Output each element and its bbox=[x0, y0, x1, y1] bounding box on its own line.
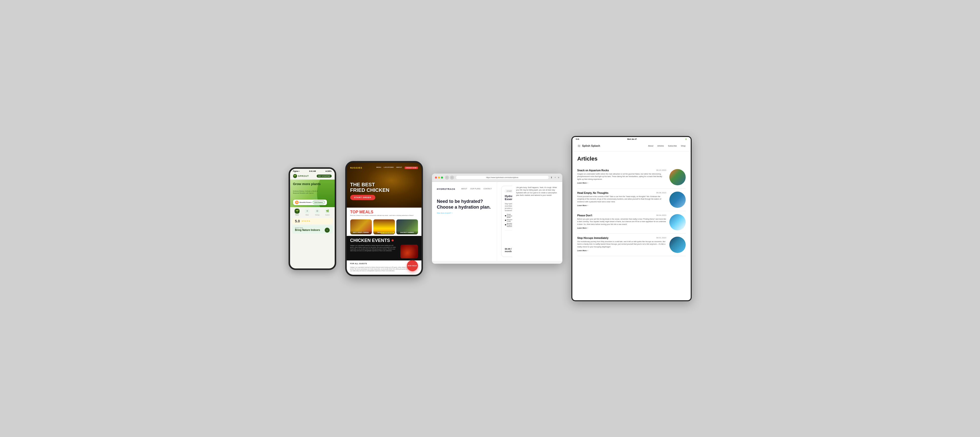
hydro-nav-contact[interactable]: CONTACT bbox=[484, 188, 492, 190]
nature-indoors-card[interactable]: Shop Now Bring Nature Indoors → bbox=[292, 225, 332, 234]
browser-forward-button[interactable]: › bbox=[450, 176, 454, 180]
sprout-hero-title: Grow more plants bbox=[293, 182, 321, 186]
accordion-event-planning[interactable]: EVENT PLANNING ∨ bbox=[347, 273, 422, 276]
hydro-right-text: Life gets busy. Stuff happens. Yeah, it'… bbox=[516, 186, 558, 197]
water-icon: ☀ bbox=[305, 209, 310, 214]
chicken-nav-order[interactable]: ORDER NOW bbox=[405, 166, 418, 169]
sprout-status-battery: ■ 100% bbox=[325, 170, 331, 172]
nature-title: Bring Nature Indoors bbox=[295, 229, 330, 232]
article-item-3: Please Don't 08.04.2023 Before you give … bbox=[578, 211, 686, 234]
maximize-button[interactable] bbox=[441, 177, 443, 179]
meal-card-3[interactable]: SAUCIEST SAMMIES bbox=[396, 219, 418, 234]
article-1-excerpt: Imagine an underwater buffet where the m… bbox=[578, 173, 667, 181]
sprout-tab-settings[interactable]: ⚙ Settings bbox=[315, 209, 320, 215]
sprout-status-signal: Figma ≈ bbox=[293, 170, 299, 172]
tablet-date: Wed Jan 27 bbox=[627, 138, 637, 140]
browser-back-button[interactable]: ‹ bbox=[445, 176, 449, 180]
chicken-nav: NUGGIES MENU LOCATIONS ABOUT ORDER NOW bbox=[347, 166, 422, 169]
starter-price: $9.99 / month bbox=[505, 248, 512, 253]
browser-url-bar[interactable]: https://www.hydrotrack.com/subscriptions bbox=[456, 176, 549, 179]
arrow-icon: › bbox=[452, 212, 452, 214]
hydro-nav-about[interactable]: ABOUT bbox=[461, 188, 467, 190]
get-started-button[interactable]: GET STARTED bbox=[317, 174, 331, 177]
article-1-date: 08.10.2023 bbox=[656, 169, 666, 171]
splish-nav-subscribe[interactable]: Subscribe bbox=[668, 145, 677, 147]
meal1-label: JUICY, CRISPY, TENDER. bbox=[350, 231, 372, 234]
article-1-learn-more-link[interactable]: Learn More › bbox=[578, 182, 667, 184]
sidebar-icon[interactable]: ≡ bbox=[558, 176, 559, 179]
rating-number: 5.0 bbox=[295, 219, 300, 223]
starter-desc: Stay hydrated with the essentials. This … bbox=[505, 203, 512, 212]
how-it-works-link[interactable]: How does it work? › bbox=[437, 212, 492, 214]
hydro-right-panel: Life gets busy. Stuff happens. Yeah, it'… bbox=[512, 182, 562, 261]
home-icon: 🌱 bbox=[294, 209, 299, 214]
chicken-events-image bbox=[400, 245, 418, 258]
tablet-status-bar: 9:41 Wed Jan 27 🔋 bbox=[572, 137, 691, 141]
new-tab-icon[interactable]: ＋ bbox=[554, 176, 556, 179]
chicken-bottom: CHICKEN EVENTS Indulge in our specialize… bbox=[347, 236, 422, 260]
sprout-logo-icon: 🌱 bbox=[293, 174, 297, 178]
chicken-hero: NUGGIES MENU LOCATIONS ABOUT ORDER NOW T… bbox=[347, 163, 422, 207]
article-4-text: Stop Hiccups Immediately 08.01.2023 Our … bbox=[578, 237, 667, 252]
chicken-nav-locations[interactable]: LOCATIONS bbox=[384, 166, 394, 169]
starter-name: Hydration Essentials bbox=[505, 195, 512, 201]
chicken-nav-menu[interactable]: MENU bbox=[376, 166, 381, 169]
chicken-nav-about[interactable]: ABOUT bbox=[396, 166, 402, 169]
gift-flowers-button[interactable]: Gift Flowers bbox=[313, 201, 325, 204]
splish-nav-shop[interactable]: Shop bbox=[681, 145, 686, 147]
share-icon[interactable]: ⬆ bbox=[550, 176, 552, 179]
starter-features: Smart Hydration Bottle Hydration Tips Pe… bbox=[505, 214, 512, 227]
chicken-start-order-button[interactable]: START ORDER bbox=[350, 195, 375, 200]
article-4-date: 08.01.2023 bbox=[656, 237, 666, 239]
minimize-button[interactable] bbox=[438, 177, 440, 179]
nature-arrow-button[interactable]: → bbox=[325, 228, 330, 233]
feature-5: Monthly Progress Reports bbox=[505, 223, 512, 227]
article-4-header: Stop Hiccups Immediately 08.01.2023 bbox=[578, 237, 667, 239]
feature-1: Smart Hydration Bottle bbox=[505, 214, 512, 218]
splish-content: Articles Snack on Aquarium Rocks 08.10.2… bbox=[572, 152, 691, 300]
splish-nav-about[interactable]: About bbox=[648, 145, 653, 147]
browser-traffic-lights bbox=[435, 177, 443, 179]
article-3-title: Please Don't bbox=[578, 214, 592, 217]
chicken-events-text: Indulge in our specialized catering for … bbox=[350, 245, 398, 258]
sprout-tab-water[interactable]: ☀ Water bbox=[305, 209, 310, 215]
flower-card[interactable]: 🌸 Beautiful flowers Gift Flowers bbox=[293, 200, 327, 205]
article-3-header: Please Don't 08.04.2023 bbox=[578, 214, 667, 217]
splish-tablet: 9:41 Wed Jan 27 🔋 ≋ Splish Splash About … bbox=[571, 136, 692, 301]
article-2-date: 08.08.2023 bbox=[656, 192, 666, 194]
splish-nav-articles[interactable]: Articles bbox=[657, 145, 664, 147]
article-item-4: Stop Hiccups Immediately 08.01.2023 Our … bbox=[578, 234, 686, 256]
hydro-nav-plans[interactable]: OUR PLANS bbox=[470, 188, 480, 190]
chicken-hero-text: THE BEST FRIED CHICKEN START ORDER bbox=[350, 182, 390, 200]
sprout-logo: 🌱 SPROUT bbox=[293, 174, 309, 178]
sprout-tab-explore[interactable]: 🌿 Explore bbox=[325, 209, 330, 215]
sprout-tab-home[interactable]: 🌱 Home bbox=[294, 209, 299, 215]
tablet-time: 9:41 bbox=[576, 138, 579, 140]
article-3-learn-more-link[interactable]: Learn More › bbox=[578, 227, 667, 229]
meal-card-2[interactable]: THE BEST NUGGIES BUY CHICKEN NUGGIES bbox=[373, 219, 395, 234]
meal-card-1[interactable]: JUICY, CRISPY, TENDER. bbox=[350, 219, 372, 234]
article-2-header: Head Empty, No Thoughts 08.08.2023 bbox=[578, 192, 667, 194]
learn-more-arrow-4: › bbox=[587, 250, 588, 252]
article-1-header: Snack on Aquarium Rocks 08.10.2023 bbox=[578, 169, 667, 172]
article-4-learn-more-link[interactable]: Learn More › bbox=[578, 250, 667, 252]
article-4-excerpt: Our evolutionary journey from fishy ance… bbox=[578, 241, 667, 249]
plan-starter: STARTER PLAN Hydration Essentials Stay h… bbox=[501, 186, 512, 257]
sprout-header: 🌱 SPROUT GET STARTED bbox=[290, 173, 335, 180]
chicken-brand: NUGGIES bbox=[350, 166, 363, 169]
article-3-date: 08.04.2023 bbox=[656, 214, 666, 216]
article-2-excerpt: Found yourself lost in the currents of l… bbox=[578, 195, 667, 203]
article-item-2: Head Empty, No Thoughts 08.08.2023 Found… bbox=[578, 188, 686, 211]
splish-brand-name: Splish Splash bbox=[582, 144, 600, 147]
starter-pricing: $9.99 / month JOIN TODAY bbox=[505, 247, 512, 253]
chicken-hero-title: THE BEST FRIED CHICKEN bbox=[350, 182, 390, 193]
chicken-body: TOP MEALS Dive into a feast of our chick… bbox=[347, 207, 422, 236]
top-meals-subtitle: Dive into a feast of our chicken restaur… bbox=[350, 215, 418, 216]
sprout-hero-subtitle: Embrace Botany, Cultivate a World of Bot… bbox=[293, 190, 318, 194]
meal2-cta[interactable]: BUY CHICKEN NUGGIES bbox=[380, 232, 394, 234]
book-tables-button[interactable]: BOOK TABLES bbox=[407, 260, 418, 271]
close-button[interactable] bbox=[435, 177, 437, 179]
chicken-phone: NUGGIES MENU LOCATIONS ABOUT ORDER NOW T… bbox=[345, 161, 423, 276]
article-2-learn-more-link[interactable]: Learn More › bbox=[578, 204, 667, 206]
article-1-image bbox=[670, 169, 686, 185]
